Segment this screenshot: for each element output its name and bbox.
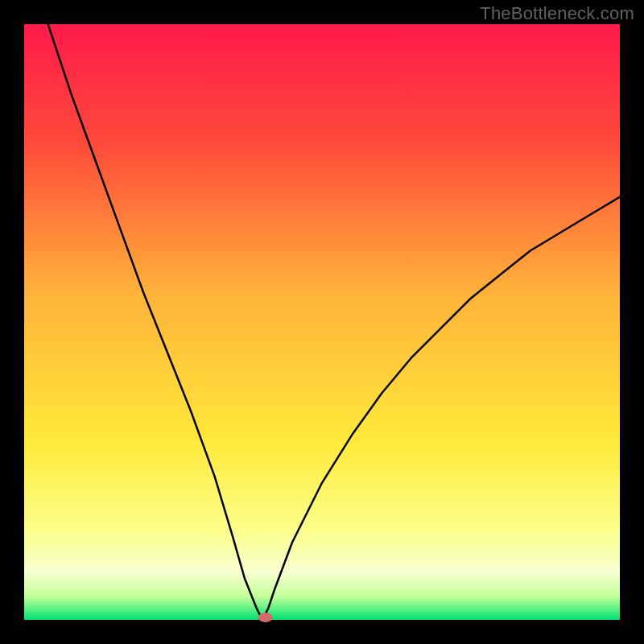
plot-background bbox=[24, 24, 620, 620]
optimal-point-marker bbox=[258, 613, 273, 622]
chart-stage: TheBottleneck.com bbox=[0, 0, 644, 644]
bottleneck-chart bbox=[0, 0, 644, 644]
watermark-text: TheBottleneck.com bbox=[480, 3, 634, 24]
